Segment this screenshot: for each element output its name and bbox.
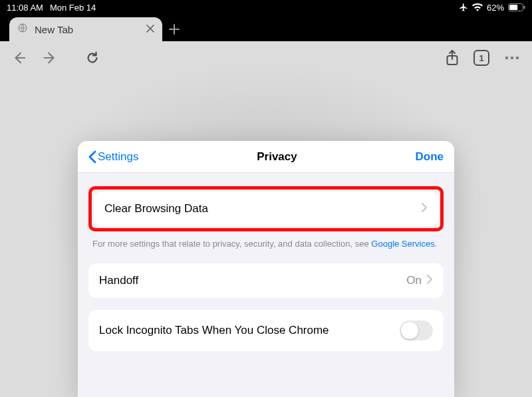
svg-rect-2: [524, 6, 525, 9]
lock-incognito-row[interactable]: Lock Incognito Tabs When You Close Chrom…: [88, 310, 444, 351]
chevron-right-icon: [422, 203, 428, 215]
handoff-row[interactable]: Handoff On: [88, 263, 444, 298]
tab-strip: New Tab: [0, 15, 532, 41]
svg-point-7: [516, 57, 519, 60]
lock-incognito-toggle[interactable]: [400, 321, 433, 340]
clear-browsing-data-row[interactable]: Clear Browsing Data: [94, 192, 438, 226]
sheet-title: Privacy: [257, 150, 297, 164]
back-button[interactable]: [12, 51, 27, 65]
handoff-value: On: [406, 274, 422, 287]
status-time: 11:08 AM: [7, 3, 43, 13]
status-bar: 11:08 AM Mon Feb 14 62%: [0, 0, 532, 15]
battery-percent: 62%: [487, 3, 504, 13]
settings-back-button[interactable]: Settings: [88, 150, 138, 164]
svg-rect-1: [509, 5, 517, 10]
tab-title: New Tab: [35, 24, 140, 35]
settings-back-label: Settings: [98, 150, 138, 164]
toggle-knob: [401, 322, 418, 339]
menu-button[interactable]: [504, 55, 520, 61]
reload-button[interactable]: [85, 51, 100, 65]
sheet-header: Settings Privacy Done: [78, 141, 454, 173]
svg-point-6: [511, 57, 514, 60]
airplane-mode-icon: [459, 3, 468, 12]
done-button[interactable]: Done: [416, 150, 444, 164]
tab-count: 1: [479, 53, 483, 63]
lock-incognito-label: Lock Incognito Tabs When You Close Chrom…: [99, 324, 329, 337]
handoff-label: Handoff: [99, 274, 138, 287]
privacy-settings-sheet: Settings Privacy Done Clear Browsing Dat…: [78, 141, 454, 397]
svg-point-5: [505, 57, 509, 60]
google-services-link[interactable]: Google Services: [371, 239, 434, 249]
share-button[interactable]: [446, 50, 459, 66]
forward-button[interactable]: [43, 51, 57, 65]
status-date: Mon Feb 14: [50, 3, 96, 13]
privacy-footer-text: For more settings that relate to privacy…: [88, 231, 444, 263]
close-icon[interactable]: [146, 24, 154, 35]
chevron-right-icon: [427, 275, 433, 287]
clear-browsing-data-label: Clear Browsing Data: [104, 202, 208, 215]
highlight-annotation: Clear Browsing Data: [88, 186, 444, 231]
browser-tab[interactable]: New Tab: [9, 17, 162, 41]
browser-area: 1 Settings Privacy Done Clear Browsing D…: [0, 41, 532, 397]
battery-icon: [508, 3, 525, 11]
wifi-icon: [472, 3, 483, 11]
globe-icon: [17, 23, 28, 36]
sheet-body: Clear Browsing Data For more settings th…: [78, 173, 454, 397]
browser-toolbar: 1: [0, 41, 532, 74]
new-tab-button[interactable]: [162, 17, 186, 41]
tab-switcher-button[interactable]: 1: [473, 50, 489, 66]
